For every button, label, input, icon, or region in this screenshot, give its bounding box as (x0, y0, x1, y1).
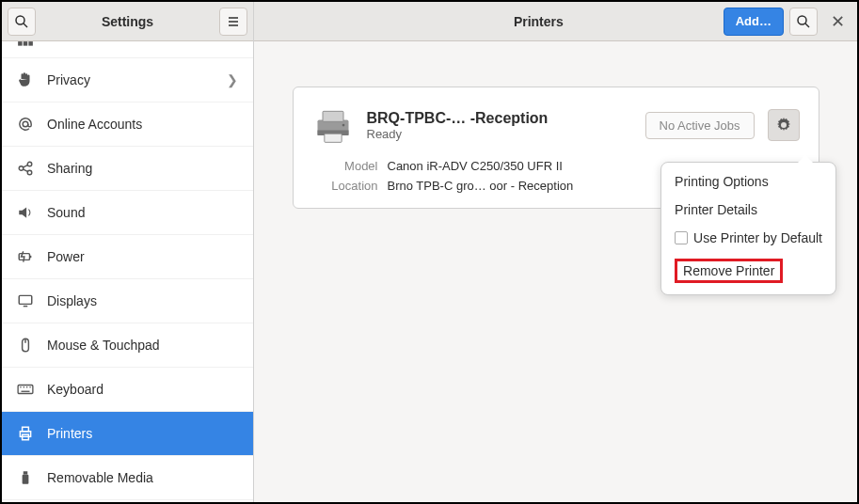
sidebar-item-label: Power (47, 249, 238, 264)
sidebar-item-label: Removable Media (47, 470, 238, 485)
search-icon (796, 14, 811, 29)
sidebar-title: Settings (36, 14, 219, 29)
model-label: Model (312, 159, 378, 173)
sidebar-item-online-accounts[interactable]: Online Accounts (2, 102, 253, 147)
sidebar-item-label: Keyboard (47, 382, 238, 397)
svg-point-11 (27, 170, 32, 175)
share-icon (17, 160, 34, 177)
svg-rect-35 (323, 111, 343, 121)
svg-point-8 (23, 121, 28, 127)
sidebar-item-label: Privacy (47, 72, 214, 87)
svg-rect-20 (18, 386, 33, 394)
usb-icon (17, 469, 34, 486)
nav-list: x Privacy ❯ Online Accounts Sharing Soun… (2, 41, 253, 502)
sidebar-item-sound[interactable]: Sound (2, 191, 253, 235)
svg-point-37 (342, 124, 344, 127)
sidebar-item-label: Sound (47, 205, 238, 220)
menu-use-default-label: Use Printer by Default (693, 230, 822, 245)
sidebar-item-label: Online Accounts (47, 117, 238, 132)
sidebar-item-removable-media[interactable]: Removable Media (2, 456, 253, 500)
sidebar-item-label: Displays (47, 293, 238, 308)
gear-icon (776, 118, 791, 133)
add-printer-button[interactable]: Add… (724, 8, 784, 36)
sidebar-item-printers[interactable]: Printers (2, 412, 253, 456)
printer-status: Ready (367, 127, 632, 141)
svg-point-9 (19, 166, 24, 171)
sidebar-headerbar: Settings (2, 2, 253, 41)
menu-remove-label: Remove Printer (683, 263, 774, 278)
display-icon (17, 292, 34, 309)
svg-rect-27 (23, 427, 29, 432)
svg-rect-6 (24, 41, 28, 46)
main-title: Printers (354, 14, 724, 29)
at-icon (17, 116, 34, 133)
svg-rect-36 (324, 134, 341, 142)
search-icon (14, 14, 29, 29)
svg-rect-7 (28, 41, 33, 46)
sidebar-item-mouse-touchpad[interactable]: Mouse & Touchpad (2, 323, 253, 368)
menu-icon (226, 14, 241, 29)
svg-line-12 (24, 165, 28, 167)
sidebar-item-privacy[interactable]: Privacy ❯ (2, 58, 253, 102)
default-checkbox[interactable] (675, 231, 688, 244)
printer-icon (17, 425, 34, 442)
printer-device-icon (312, 104, 354, 146)
svg-rect-29 (24, 471, 28, 474)
menu-button[interactable] (219, 8, 247, 36)
sidebar-item-sharing[interactable]: Sharing (2, 147, 253, 191)
svg-rect-16 (19, 295, 32, 304)
menu-remove-printer[interactable]: Remove Printer (673, 255, 824, 287)
svg-point-31 (798, 16, 806, 24)
svg-line-32 (805, 24, 809, 27)
hand-icon (17, 71, 34, 88)
sidebar-item-keyboard[interactable]: Keyboard (2, 368, 253, 412)
close-button[interactable]: ✕ (823, 8, 851, 36)
sidebar-item-label: Sharing (47, 161, 238, 176)
svg-point-0 (16, 16, 24, 24)
printer-menu-popover: Printing Options Printer Details Use Pri… (660, 162, 836, 295)
svg-line-1 (24, 24, 27, 27)
location-label: Location (312, 179, 378, 193)
search-printers-button[interactable] (789, 8, 818, 36)
svg-rect-30 (23, 475, 29, 484)
sidebar-item-power[interactable]: Power (2, 235, 253, 279)
sidebar-item-label: Mouse & Touchpad (47, 338, 238, 353)
remove-highlight: Remove Printer (675, 259, 783, 283)
close-icon: ✕ (831, 11, 845, 32)
printer-name: BRQ-TPBC-… -Reception (367, 110, 632, 127)
svg-line-13 (24, 169, 28, 171)
speaker-icon (17, 204, 34, 221)
menu-use-default[interactable]: Use Printer by Default (673, 227, 824, 249)
menu-printing-options[interactable]: Printing Options (673, 170, 824, 193)
sidebar-item-displays[interactable]: Displays (2, 279, 253, 323)
printer-settings-button[interactable] (768, 109, 800, 141)
power-icon (17, 248, 34, 265)
chevron-right-icon: ❯ (227, 72, 238, 87)
mouse-icon (17, 337, 34, 354)
sidebar-item-applications-partial[interactable]: x (2, 41, 253, 58)
grid-icon (17, 41, 34, 57)
keyboard-icon (17, 381, 34, 398)
main-panel: Printers Add… ✕ (254, 2, 857, 502)
svg-point-10 (27, 162, 32, 166)
sidebar-item-label: Printers (47, 426, 238, 441)
sidebar: Settings x Privacy ❯ Online Accounts Sh (2, 2, 254, 502)
jobs-button[interactable]: No Active Jobs (645, 112, 755, 139)
menu-printer-details[interactable]: Printer Details (673, 198, 824, 221)
main-headerbar: Printers Add… ✕ (254, 2, 857, 41)
svg-rect-5 (18, 41, 23, 46)
search-button[interactable] (8, 8, 36, 36)
